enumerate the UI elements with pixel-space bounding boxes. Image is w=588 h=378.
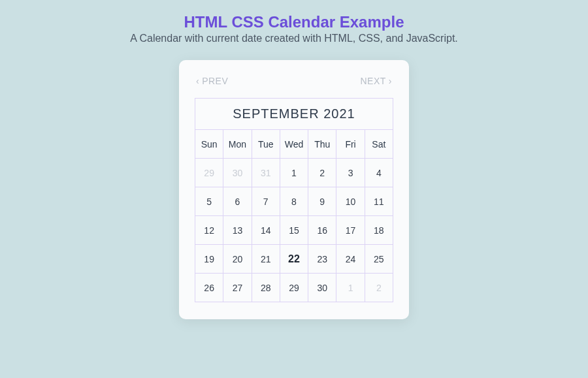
calendar-week-row: 19202122232425 [195,245,393,274]
calendar-day-cell[interactable]: 20 [223,245,252,274]
prev-button[interactable]: ‹ PREV [196,76,228,86]
chevron-left-icon: ‹ [196,76,199,86]
calendar-day-cell[interactable]: 9 [308,187,336,216]
next-label: NEXT [360,76,385,86]
calendar-day-cell[interactable]: 14 [252,216,280,245]
calendar-day-cell[interactable]: 6 [223,187,252,216]
calendar-day-cell[interactable]: 29 [195,159,223,187]
calendar-day-cell[interactable]: 21 [252,245,280,274]
calendar-day-cell[interactable]: 13 [223,216,252,245]
calendar-day-cell[interactable]: 15 [280,216,308,245]
day-name-wed: Wed [280,130,308,159]
calendar-day-cell[interactable]: 1 [280,159,308,187]
prev-label: PREV [202,76,228,86]
calendar-day-cell[interactable]: 2 [308,159,336,187]
calendar-day-cell[interactable]: 29 [280,274,308,302]
calendar-day-cell[interactable]: 1 [336,274,365,302]
calendar-day-cell[interactable]: 16 [308,216,336,245]
calendar-week-row: 2930311234 [195,159,393,187]
day-name-sun: Sun [195,130,223,159]
calendar-table: SEPTEMBER 2021 Sun Mon Tue Wed Thu Fri S… [195,98,393,302]
calendar-day-cell[interactable]: 12 [195,216,223,245]
calendar-day-cell[interactable]: 10 [336,187,365,216]
day-name-sat: Sat [365,130,393,159]
calendar-day-cell[interactable]: 30 [308,274,336,302]
calendar-day-cell[interactable]: 8 [280,187,308,216]
calendar-day-cell[interactable]: 30 [223,159,252,187]
calendar-day-cell[interactable]: 22 [280,245,308,274]
page-subtitle: A Calendar with current date created wit… [130,33,458,44]
day-names-row: Sun Mon Tue Wed Thu Fri Sat [195,130,393,159]
next-button[interactable]: NEXT › [360,76,392,86]
day-name-mon: Mon [223,130,252,159]
chevron-right-icon: › [389,76,392,86]
calendar-day-cell[interactable]: 28 [252,274,280,302]
calendar-day-cell[interactable]: 4 [365,159,393,187]
calendar-day-cell[interactable]: 31 [252,159,280,187]
calendar-day-cell[interactable]: 11 [365,187,393,216]
calendar-day-cell[interactable]: 7 [252,187,280,216]
calendar-week-row: 567891011 [195,187,393,216]
calendar-day-cell[interactable]: 26 [195,274,223,302]
calendar-day-cell[interactable]: 27 [223,274,252,302]
calendar-nav: ‹ PREV NEXT › [195,76,393,86]
calendar-day-cell[interactable]: 18 [365,216,393,245]
calendar-day-cell[interactable]: 17 [336,216,365,245]
calendar-week-row: 262728293012 [195,274,393,302]
calendar-day-cell[interactable]: 24 [336,245,365,274]
calendar-day-cell[interactable]: 2 [365,274,393,302]
calendar-day-cell[interactable]: 3 [336,159,365,187]
calendar-week-row: 12131415161718 [195,216,393,245]
calendar-day-cell[interactable]: 5 [195,187,223,216]
day-name-fri: Fri [336,130,365,159]
calendar-card: ‹ PREV NEXT › SEPTEMBER 2021 Sun Mon Tue… [179,60,409,319]
calendar-day-cell[interactable]: 19 [195,245,223,274]
calendar-body: 2930311234567891011121314151617181920212… [195,159,393,302]
month-header: SEPTEMBER 2021 [195,99,393,130]
calendar-day-cell[interactable]: 23 [308,245,336,274]
page-title: HTML CSS Calendar Example [130,13,458,31]
day-name-thu: Thu [308,130,336,159]
day-name-tue: Tue [252,130,280,159]
page-header: HTML CSS Calendar Example A Calendar wit… [130,13,458,44]
calendar-day-cell[interactable]: 25 [365,245,393,274]
